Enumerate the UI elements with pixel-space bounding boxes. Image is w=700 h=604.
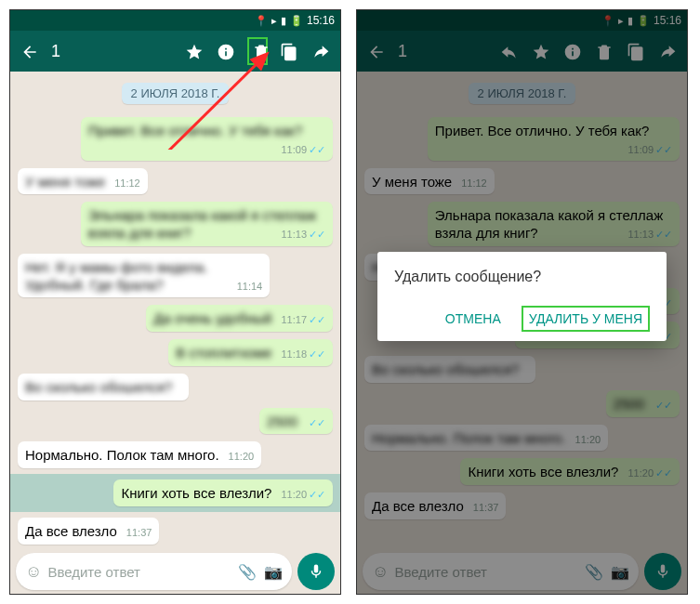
message-time: 11:09✓✓	[281, 144, 325, 157]
message-text: Привет. Все отлично. У тебя как?	[88, 123, 302, 138]
read-ticks-icon: ✓✓	[309, 314, 325, 325]
message-bubble[interactable]: Эльнара показала какой я стеллаж взяла д…	[81, 202, 333, 246]
forward-icon[interactable]	[310, 41, 331, 60]
message-time: 11:18✓✓	[281, 348, 325, 361]
read-ticks-icon: ✓✓	[309, 489, 325, 500]
status-bar: 📍 ▸ ▮ 🔋 15:16	[10, 10, 340, 31]
message-bubble[interactable]: Да все влезло11:37	[18, 518, 159, 545]
back-icon[interactable]	[20, 41, 40, 60]
message-bubble[interactable]: В стоплитхоме11:18✓✓	[168, 339, 333, 366]
message-input[interactable]: ☺ Введите ответ 📎 📷	[16, 553, 292, 590]
message-time: 11:20	[229, 451, 255, 464]
message-text: В стоплитхоме	[176, 345, 271, 361]
input-placeholder: Введите ответ	[47, 564, 231, 580]
message-bubble[interactable]: Нет. Я у мамы фото видела. Удобный. Где …	[18, 254, 270, 298]
battery-icon: 🔋	[290, 15, 303, 27]
message-time: 11:20✓✓	[281, 489, 325, 502]
read-ticks-icon: ✓✓	[309, 417, 325, 428]
message-text: 2500	[267, 414, 297, 429]
input-bar: ☺ Введите ответ 📎 📷	[16, 553, 335, 590]
phone-right: 📍 ▸ ▮ 🔋 15:16 1 2 ИЮЛЯ 2018 Г. Привет. В…	[356, 9, 688, 595]
read-ticks-icon: ✓✓	[309, 229, 325, 240]
message-text: Во сколько обошелся?	[25, 379, 172, 395]
info-icon[interactable]	[216, 41, 236, 60]
message-bubble[interactable]: Привет. Все отлично. У тебя как?11:09✓✓	[81, 117, 333, 161]
chat-body[interactable]: 2 ИЮЛЯ 2018 Г. Привет. Все отлично. У те…	[10, 72, 340, 551]
message-text: Нормально. Полок там много.	[25, 447, 219, 463]
cancel-button[interactable]: ОТМЕНА	[442, 306, 505, 332]
message-bubble[interactable]: Во сколько обошелся?	[18, 374, 189, 400]
message-time: 11:12	[114, 177, 140, 190]
message-text: Да все влезло	[25, 523, 117, 539]
read-ticks-icon: ✓✓	[309, 144, 325, 155]
read-ticks-icon: ✓✓	[309, 348, 325, 360]
delete-dialog: Удалить сообщение? ОТМЕНА УДАЛИТЬ У МЕНЯ	[377, 252, 667, 341]
mic-button[interactable]	[297, 553, 335, 590]
camera-icon[interactable]: 📷	[264, 563, 283, 581]
message-time: 11:37	[126, 527, 152, 540]
emoji-icon[interactable]: ☺	[25, 562, 42, 582]
phone-left: 📍 ▸ ▮ 🔋 15:16 1 2 ИЮЛЯ 2018 Г. Привет. В…	[9, 9, 341, 595]
attach-icon[interactable]: 📎	[238, 563, 257, 581]
message-time: 11:17✓✓	[281, 314, 325, 327]
delete-icon[interactable]	[247, 37, 268, 64]
message-bubble[interactable]: Нормально. Полок там много.11:20	[18, 441, 261, 468]
message-bubble[interactable]: У меня тоже11:12	[18, 168, 148, 195]
selection-count: 1	[51, 42, 173, 61]
signal-icon: ▮	[281, 15, 286, 27]
copy-icon[interactable]	[279, 41, 299, 60]
message-bubble[interactable]: Книги хоть все влезли?11:20✓✓	[113, 479, 333, 506]
delete-for-me-button[interactable]: УДАЛИТЬ У МЕНЯ	[522, 306, 650, 332]
message-bubble[interactable]: Да очень удобный11:17✓✓	[146, 305, 333, 332]
message-time: 11:14	[237, 281, 263, 294]
location-icon: 📍	[255, 15, 268, 27]
message-bubble[interactable]: 2500✓✓	[259, 408, 333, 435]
star-icon[interactable]	[184, 41, 205, 60]
message-text: Нет. Я у мамы фото видела. Удобный. Где …	[25, 259, 208, 293]
message-text: У меня тоже	[25, 174, 105, 190]
message-text: Да очень удобный	[153, 310, 271, 326]
status-time: 15:16	[307, 14, 335, 27]
message-text: Книги хоть все влезли?	[121, 485, 271, 501]
wifi-icon: ▸	[271, 15, 277, 27]
dialog-title: Удалить сообщение?	[394, 269, 650, 285]
date-chip: 2 ИЮЛЯ 2018 Г.	[122, 83, 230, 104]
message-time: ✓✓	[307, 417, 325, 430]
message-time: 11:13✓✓	[281, 229, 325, 242]
selection-app-bar: 1	[10, 31, 340, 72]
